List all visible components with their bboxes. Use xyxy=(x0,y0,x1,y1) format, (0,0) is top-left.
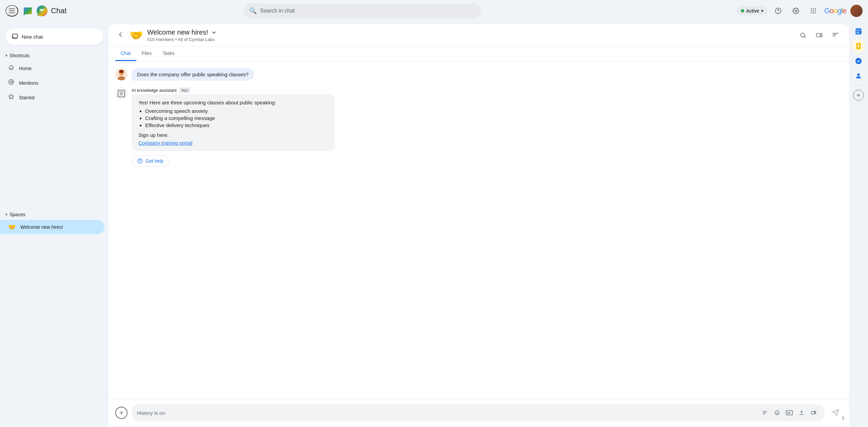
emoji-icon xyxy=(774,410,780,415)
help-button[interactable] xyxy=(771,4,785,18)
apps-button[interactable] xyxy=(807,4,820,18)
google-chat-logo xyxy=(36,5,48,17)
search-chat-button[interactable] xyxy=(796,28,810,42)
svg-rect-17 xyxy=(816,34,821,37)
svg-point-26 xyxy=(140,162,140,162)
messages-area: Does the company offer public speaking c… xyxy=(108,61,849,400)
sidebar: New chat ▾ Shortcuts Home Mentions xyxy=(0,22,108,427)
chevron-down-icon: ▾ xyxy=(761,8,763,13)
space-emoji-sidebar: 🤝 xyxy=(8,223,16,231)
tab-chat[interactable]: Chat xyxy=(115,46,136,61)
add-panel-button[interactable] xyxy=(853,90,864,101)
calendar-icon: 31 xyxy=(855,27,862,35)
threads-button[interactable] xyxy=(829,28,842,42)
top-bar-left: Chat xyxy=(5,5,114,17)
add-icon xyxy=(856,93,861,98)
top-bar-right: Active ▾ Google xyxy=(737,4,863,18)
search-input[interactable] xyxy=(260,8,476,14)
video-icon xyxy=(816,32,823,39)
get-help-icon xyxy=(137,158,143,164)
svg-point-10 xyxy=(811,12,812,13)
svg-marker-15 xyxy=(9,94,14,99)
keep-icon-btn[interactable] xyxy=(852,39,865,53)
upload-button[interactable] xyxy=(796,407,807,418)
user-avatar xyxy=(115,68,127,80)
svg-point-24 xyxy=(121,93,122,94)
tab-tasks[interactable]: Tasks xyxy=(157,46,180,61)
chat-input-wrap: GIF xyxy=(132,404,825,422)
chat-header-info: Welcome new hires! 510 members • All of … xyxy=(147,28,792,42)
svg-point-28 xyxy=(776,412,776,412)
chat-logo-icon xyxy=(22,5,33,16)
tasks-icon xyxy=(855,57,862,65)
home-icon xyxy=(8,64,14,72)
tab-files[interactable]: Files xyxy=(136,46,157,61)
sidebar-item-mentions[interactable]: Mentions xyxy=(0,76,104,90)
app-logo: Chat xyxy=(22,5,66,17)
sidebar-item-welcome[interactable]: 🤝 Welcome new hires! xyxy=(0,220,104,234)
shortcuts-label: Shortcuts xyxy=(9,53,29,58)
input-actions: GIF xyxy=(760,407,819,418)
keep-icon xyxy=(855,42,862,50)
chat-title[interactable]: Welcome new hires! xyxy=(147,28,792,36)
mentions-icon xyxy=(8,79,14,87)
svg-point-9 xyxy=(815,10,816,11)
svg-point-29 xyxy=(777,412,778,412)
svg-point-38 xyxy=(857,74,860,76)
chat-header-actions xyxy=(796,28,842,42)
starred-label: Starred xyxy=(19,95,35,100)
tasks-icon-btn[interactable] xyxy=(852,54,865,68)
svg-point-6 xyxy=(815,8,816,9)
send-icon xyxy=(831,409,840,417)
expand-icon xyxy=(840,415,846,421)
get-help-label: Get help xyxy=(145,158,163,164)
training-portal-link[interactable]: Company training portal xyxy=(138,140,192,146)
menu-button[interactable] xyxy=(5,5,18,17)
chat-header-sub: 510 members • All of Cymbal Labs xyxy=(147,37,792,42)
new-chat-button[interactable]: New chat xyxy=(5,28,103,45)
right-panel-divider xyxy=(854,85,863,86)
ai-message-content: AI knowledge assistant App Yes! Here are… xyxy=(132,87,842,167)
expand-button[interactable] xyxy=(840,415,846,423)
chat-input[interactable] xyxy=(137,410,757,416)
spaces-label: Spaces xyxy=(9,212,25,217)
svg-point-4 xyxy=(811,8,812,9)
google-logo: Google xyxy=(824,6,846,15)
user-message-content: Does the company offer public speaking c… xyxy=(132,68,842,81)
list-item-1: Overcoming speech anxiety xyxy=(145,108,328,114)
contacts-icon-btn[interactable] xyxy=(852,69,865,83)
home-label: Home xyxy=(19,66,32,71)
svg-point-27 xyxy=(775,411,779,415)
format-text-button[interactable] xyxy=(760,407,770,418)
top-bar: Chat 🔍 Active ▾ xyxy=(0,0,868,22)
format-text-icon xyxy=(762,410,768,415)
shortcuts-section: ▾ Shortcuts Home Mentions Starred xyxy=(0,50,108,107)
back-icon xyxy=(117,31,124,38)
add-attachment-button[interactable] xyxy=(115,407,127,419)
emoji-button[interactable] xyxy=(772,407,783,418)
sidebar-item-starred[interactable]: Starred xyxy=(0,90,104,105)
gif-button[interactable]: GIF xyxy=(784,407,795,418)
message-row-user: Does the company offer public speaking c… xyxy=(115,68,842,81)
svg-point-7 xyxy=(811,10,812,11)
back-button[interactable] xyxy=(115,29,125,41)
spaces-section: ▾ Spaces 🤝 Welcome new hires! xyxy=(0,209,108,237)
ai-signup-text: Sign up here: xyxy=(138,132,328,138)
status-button[interactable]: Active ▾ xyxy=(737,6,767,16)
video-button[interactable] xyxy=(812,28,826,42)
settings-button[interactable] xyxy=(789,4,803,18)
spaces-header[interactable]: ▾ Spaces xyxy=(0,209,108,220)
svg-text:31: 31 xyxy=(856,31,860,34)
calendar-icon-btn[interactable]: 31 xyxy=(852,24,865,38)
search-bar: 🔍 xyxy=(244,3,481,18)
chat-tabs: Chat Files Tasks xyxy=(108,46,849,61)
avatar[interactable] xyxy=(850,5,863,17)
search-input-wrap: 🔍 xyxy=(244,3,481,18)
apps-icon xyxy=(810,7,817,14)
video-call-button[interactable] xyxy=(808,407,819,418)
shortcuts-header[interactable]: ▾ Shortcuts xyxy=(0,50,108,61)
get-help-button[interactable]: Get help xyxy=(132,155,169,167)
threads-icon xyxy=(832,32,839,39)
sidebar-item-home[interactable]: Home xyxy=(0,61,104,76)
chat-header: 🤝 Welcome new hires! 510 members • All o… xyxy=(108,24,849,46)
